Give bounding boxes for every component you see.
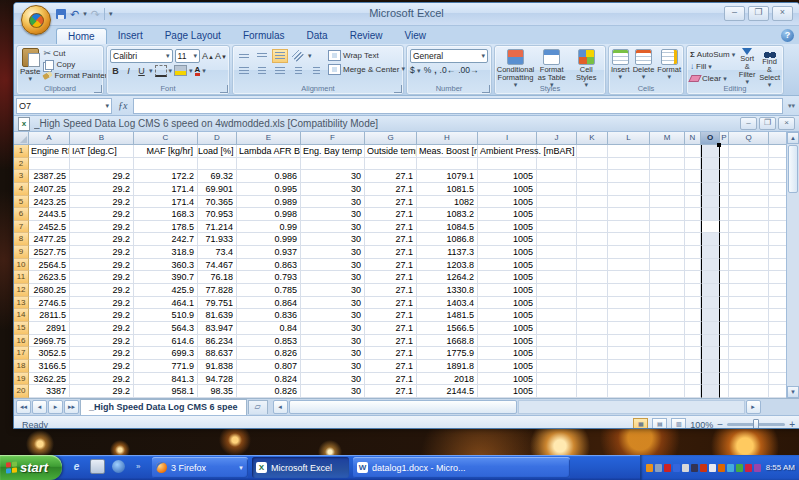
cell-K20[interactable]: [577, 385, 608, 398]
cell-O4[interactable]: [701, 183, 720, 196]
cell-M16[interactable]: [650, 335, 685, 348]
cell-H11[interactable]: 1264.2: [417, 271, 478, 284]
styles-format-as-table-button[interactable]: Format as Table▾: [536, 48, 568, 88]
cell-K9[interactable]: [577, 246, 608, 259]
cell-O17[interactable]: [701, 347, 720, 360]
cell-F9[interactable]: 30: [301, 246, 365, 259]
ribbon-tab-view[interactable]: View: [393, 28, 437, 44]
cell-F19[interactable]: 30: [301, 373, 365, 386]
cell-G17[interactable]: 27.1: [365, 347, 417, 360]
cell-K7[interactable]: [577, 221, 608, 234]
cell-P1[interactable]: [720, 145, 729, 158]
cell-D6[interactable]: 70.953: [198, 208, 237, 221]
normal-view-button[interactable]: ▦: [633, 418, 648, 429]
column-header-J[interactable]: J: [537, 132, 577, 145]
cell-J7[interactable]: [537, 221, 577, 234]
cell-P15[interactable]: [720, 322, 729, 335]
cell-M14[interactable]: [650, 309, 685, 322]
cell-Q9[interactable]: [729, 246, 769, 259]
column-header-H[interactable]: H: [417, 132, 478, 145]
internet-explorer-icon[interactable]: e: [70, 460, 83, 473]
align-center-button[interactable]: [254, 64, 270, 78]
cell-G2[interactable]: [365, 158, 417, 171]
cell-I6[interactable]: 1005: [478, 208, 537, 221]
align-left-button[interactable]: [236, 64, 252, 78]
cells-format-button[interactable]: Format▾: [657, 48, 681, 80]
cell-E20[interactable]: 0.826: [237, 385, 301, 398]
cell-G9[interactable]: 27.1: [365, 246, 417, 259]
cell-D20[interactable]: 98.35: [198, 385, 237, 398]
cell-C20[interactable]: 958.1: [134, 385, 198, 398]
cell-D12[interactable]: 77.828: [198, 284, 237, 297]
shrink-font-button[interactable]: A▼: [215, 50, 226, 62]
cell-E15[interactable]: 0.84: [237, 322, 301, 335]
cell-A6[interactable]: 2443.5: [29, 208, 70, 221]
cell-E19[interactable]: 0.824: [237, 373, 301, 386]
cell-K18[interactable]: [577, 360, 608, 373]
cell-A2[interactable]: [29, 158, 70, 171]
expand-formula-bar-button[interactable]: ▾▾: [786, 102, 797, 110]
cell-D15[interactable]: 83.947: [198, 322, 237, 335]
cell-I19[interactable]: 1005: [478, 373, 537, 386]
cell-A18[interactable]: 3166.5: [29, 360, 70, 373]
cell-J2[interactable]: [537, 158, 577, 171]
cell-I10[interactable]: 1005: [478, 259, 537, 272]
cell-H2[interactable]: [417, 158, 478, 171]
cell-P7[interactable]: [720, 221, 729, 234]
merge-center-button[interactable]: Merge & Center▾: [328, 62, 405, 76]
cell-J19[interactable]: [537, 373, 577, 386]
cell-B17[interactable]: 29.2: [70, 347, 134, 360]
align-bottom-button[interactable]: [272, 49, 288, 63]
format-painter-button[interactable]: Format Painter: [43, 70, 107, 81]
bold-button[interactable]: B: [110, 65, 121, 77]
cell-O6[interactable]: [701, 208, 720, 221]
cell-D3[interactable]: 69.32: [198, 170, 237, 183]
row-header-4[interactable]: 4: [14, 183, 29, 196]
cell-I11[interactable]: 1005: [478, 271, 537, 284]
tray-icon-5[interactable]: [691, 464, 698, 472]
clipboard-dialog-launcher[interactable]: [94, 85, 102, 93]
cells-insert-button[interactable]: Insert▾: [611, 48, 630, 80]
workbook-restore-button[interactable]: ❐: [759, 117, 776, 130]
cell-M15[interactable]: [650, 322, 685, 335]
cell-Q20[interactable]: [729, 385, 769, 398]
cell-C14[interactable]: 510.9: [134, 309, 198, 322]
page-layout-view-button[interactable]: ▤: [652, 418, 667, 429]
column-header-P[interactable]: P: [720, 132, 729, 145]
cell-C6[interactable]: 168.3: [134, 208, 198, 221]
align-middle-button[interactable]: [254, 49, 270, 63]
row-header-8[interactable]: 8: [14, 233, 29, 246]
ribbon-tab-data[interactable]: Data: [296, 28, 339, 44]
cell-C16[interactable]: 614.6: [134, 335, 198, 348]
sort-filter-button[interactable]: Sort & Filter▾: [738, 48, 756, 88]
cell-L16[interactable]: [608, 335, 650, 348]
cell-P5[interactable]: [720, 196, 729, 209]
cell-L9[interactable]: [608, 246, 650, 259]
cell-C17[interactable]: 699.3: [134, 347, 198, 360]
cell-P19[interactable]: [720, 373, 729, 386]
row-header-2[interactable]: 2: [14, 158, 29, 171]
cell-D10[interactable]: 74.467: [198, 259, 237, 272]
clear-button[interactable]: Clear▾: [690, 73, 735, 84]
row-header-9[interactable]: 9: [14, 246, 29, 259]
cell-H7[interactable]: 1084.5: [417, 221, 478, 234]
wrap-text-button[interactable]: Wrap Text: [328, 48, 405, 62]
cell-F16[interactable]: 30: [301, 335, 365, 348]
cell-B15[interactable]: 29.2: [70, 322, 134, 335]
insert-worksheet-tab[interactable]: ▱: [248, 400, 268, 414]
cell-O15[interactable]: [701, 322, 720, 335]
cell-E2[interactable]: [237, 158, 301, 171]
cut-button[interactable]: ✂Cut: [43, 48, 107, 59]
cell-L20[interactable]: [608, 385, 650, 398]
cell-H10[interactable]: 1203.8: [417, 259, 478, 272]
cell-N4[interactable]: [685, 183, 701, 196]
paste-button[interactable]: Paste ▾: [20, 48, 40, 82]
column-header-L[interactable]: L: [608, 132, 650, 145]
cell-K12[interactable]: [577, 284, 608, 297]
cell-P17[interactable]: [720, 347, 729, 360]
cell-O13[interactable]: [701, 297, 720, 310]
cell-C8[interactable]: 242.7: [134, 233, 198, 246]
cell-D13[interactable]: 79.751: [198, 297, 237, 310]
cell-L8[interactable]: [608, 233, 650, 246]
cell-A15[interactable]: 2891: [29, 322, 70, 335]
